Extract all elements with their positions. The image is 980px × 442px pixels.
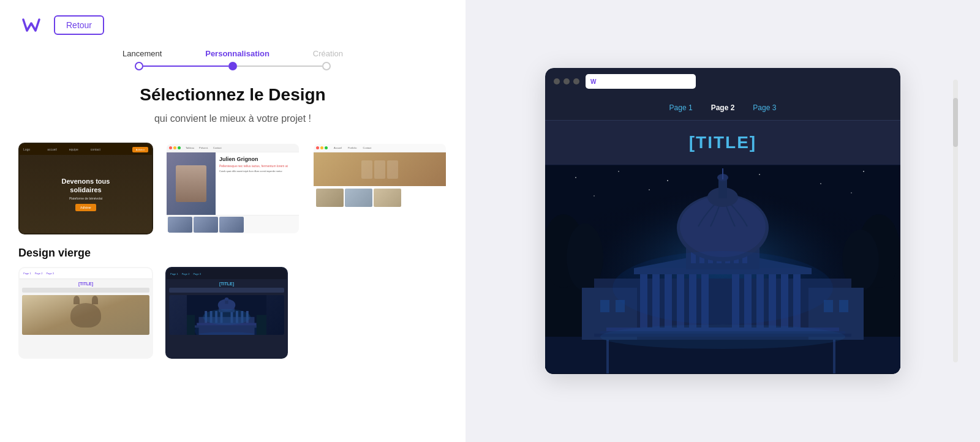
stepper: Lancement Personnalisation Création: [18, 49, 447, 70]
design-card-2[interactable]: Tableau Présent. Contact Julien Grignon …: [165, 143, 300, 234]
svg-point-71: [612, 251, 833, 324]
svg-rect-19: [257, 315, 266, 335]
stepper-labels: Lancement Personnalisation Création: [123, 49, 343, 58]
svg-rect-41: [824, 300, 833, 312]
designs-row-1: Logo accueil equipe contact Adhérer Deve…: [18, 143, 441, 234]
card3-item-3: [374, 189, 401, 207]
step-dot-1: [135, 62, 143, 70]
stepper-track: [135, 62, 331, 70]
step-dot-3: [322, 62, 331, 70]
step-label-creation: Création: [313, 49, 343, 58]
card3-background: Accueil Portfolio Contact: [314, 144, 446, 233]
vierge2-title: [TITLE]: [219, 282, 234, 286]
svg-rect-18: [187, 315, 195, 335]
vierge-card-1[interactable]: Page 1 Page 2 Page 3 [TITLE]: [18, 267, 153, 359]
preview-title: [TITLE]: [545, 121, 900, 165]
designs-row-2: Page 1 Page 2 Page 3 [TITLE]: [18, 267, 441, 359]
vierge1-nav-bar: [22, 288, 149, 293]
step-line-2: [237, 66, 322, 67]
card2-thumb-1: [168, 217, 192, 233]
card1-cta-btn: Adhérer: [132, 147, 148, 152]
preview-nav-page1[interactable]: Page 1: [669, 103, 693, 112]
card1-body: Devenons toussolidaires Plateforme de bé…: [20, 155, 152, 233]
left-panel: Retour Lancement Personnalisation Créati…: [0, 0, 466, 442]
right-panel: W Page 1 Page 2 Page 3 [TITLE]: [466, 0, 980, 442]
card3-people: [361, 160, 398, 179]
card2-background: Tableau Présent. Contact Julien Grignon …: [167, 144, 299, 233]
svg-rect-70: [722, 168, 723, 179]
preview-nav-page3[interactable]: Page 3: [753, 103, 776, 112]
card3-hero: [314, 152, 446, 186]
vierge1-nav: Page 1 Page 2 Page 3: [23, 272, 54, 275]
dot-yellow: [173, 146, 176, 149]
browser-content: Page 1 Page 2 Page 3 [TITLE]: [545, 95, 900, 374]
card2-thumb-2: [194, 217, 218, 233]
retour-button[interactable]: Retour: [54, 15, 104, 35]
card1-background: Logo accueil equipe contact Adhérer Deve…: [20, 144, 152, 233]
card2-bottom: [167, 215, 299, 233]
browser-traffic-lights: [554, 78, 579, 84]
vierge2-topbar: Page 1 Page 2 Page 3: [167, 268, 287, 279]
vierge1-body: [TITLE]: [20, 279, 152, 358]
svg-point-72: [600, 324, 845, 349]
page-subtitle: qui convient le mieux à votre projet !: [18, 113, 447, 124]
svg-point-75: [667, 180, 668, 181]
card1-title: Devenons toussolidaires: [62, 177, 110, 195]
step-label-personnalisation: Personnalisation: [205, 49, 270, 58]
vierge2-nav: Page 1 Page 2 Page 3: [170, 272, 201, 275]
browser-urlbar[interactable]: W: [586, 74, 696, 89]
card3-browser-dots: [316, 146, 328, 149]
preview-nav-page2[interactable]: Page 2: [711, 103, 735, 112]
traffic-light-1: [554, 78, 560, 84]
vierge-card-2[interactable]: Page 1 Page 2 Page 3 [TITLE]: [165, 267, 288, 359]
card1-logo: Logo: [23, 148, 30, 151]
design-card-1[interactable]: Logo accueil equipe contact Adhérer Deve…: [18, 143, 153, 234]
svg-point-76: [759, 174, 760, 175]
card2-browser-dots: [169, 146, 181, 149]
card2-photo: [167, 152, 216, 215]
content-area: Sélectionnez le Design qui convient le m…: [18, 85, 447, 436]
dot-red: [169, 146, 172, 149]
design-card-3[interactable]: Accueil Portfolio Contact: [312, 143, 447, 234]
header: Retour: [18, 12, 447, 38]
logo-icon: [18, 12, 44, 38]
step-label-lancement: Lancement: [123, 49, 162, 58]
card2-topbar: Tableau Présent. Contact: [167, 144, 299, 152]
card2-thumb-3: [219, 217, 244, 233]
card3-item-1: [316, 189, 344, 207]
svg-point-79: [594, 195, 595, 197]
page-title: Sélectionnez le Design: [18, 85, 447, 105]
scroll-thumb[interactable]: [953, 98, 958, 147]
vierge1-photo: [22, 295, 149, 335]
svg-point-77: [820, 183, 821, 184]
svg-point-80: [649, 189, 650, 190]
designs-scroll[interactable]: Logo accueil equipe contact Adhérer Deve…: [18, 143, 447, 436]
card3-bottom-row: [314, 186, 446, 209]
card3-body: [314, 152, 446, 233]
svg-point-73: [575, 177, 576, 178]
preview-nav: Page 1 Page 2 Page 3: [545, 95, 900, 121]
urlbar-logo: W: [590, 78, 596, 85]
card1-cta: Adhérer: [75, 204, 96, 211]
card2-name: Julien Grignon: [219, 156, 295, 162]
dot-yellow: [320, 146, 323, 149]
step-line-1: [143, 66, 228, 67]
svg-point-16: [225, 298, 229, 301]
card1-topbar: Logo accueil equipe contact Adhérer: [20, 144, 152, 155]
svg-point-74: [618, 171, 619, 172]
preview-hero-image: [545, 165, 900, 374]
card2-body: Julien Grignon Pellentesque nec tellus i…: [167, 152, 299, 215]
svg-rect-39: [600, 300, 609, 312]
card1-sub: Plateforme de bénévolat: [69, 197, 102, 200]
card3-item-2: [345, 189, 372, 207]
traffic-light-2: [564, 78, 570, 84]
vierge2-body: [TITLE]: [167, 279, 287, 358]
vierge2-nav-bar: [169, 288, 284, 293]
traffic-light-3: [573, 78, 579, 84]
dot-green: [178, 146, 181, 149]
svg-rect-42: [839, 300, 848, 312]
browser-preview: W Page 1 Page 2 Page 3 [TITLE]: [545, 68, 900, 374]
vierge1-topbar: Page 1 Page 2 Page 3: [20, 268, 152, 279]
dot-green: [325, 146, 328, 149]
browser-chrome: W: [545, 68, 900, 95]
